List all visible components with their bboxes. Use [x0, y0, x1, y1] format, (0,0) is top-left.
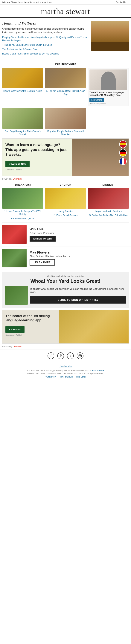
pet-image-dog-car [45, 68, 86, 88]
newsletter-image [5, 286, 28, 305]
health-link-2[interactable]: 4 Things You Should Never Store Out in t… [2, 44, 88, 47]
babbel2-left-content: The secret of the 1st selling language-l… [2, 310, 59, 344]
meal-header-breakfast: BREAKFAST [2, 183, 44, 186]
meal-header-dinner: DINNER [87, 183, 129, 186]
svg-point-2 [81, 355, 81, 355]
liveintent-logo-1: LiveIntent [13, 178, 22, 180]
site-title: martha stewart [0, 7, 131, 16]
meal-section: BREAKFAST BRUNCH DINNER 11 Ham Casserole… [0, 182, 131, 222]
promo-win-button[interactable]: ENTER TO WIN [30, 236, 56, 242]
newsletter-title: Whoa! Your Yard Looks Great! [5, 278, 126, 284]
meal-sublink-quiche[interactable]: Carrot-Parmesan Quiche [2, 217, 43, 220]
babbel-heading: Want to learn a new language? – This app… [6, 142, 69, 157]
health-image-box [91, 21, 129, 51]
meal-sublink-easter[interactable]: 21 Easter Brunch Recipes [45, 214, 86, 217]
pet-link-dog-owner[interactable]: Can Dogs Recognize Their Owner's Voice? [5, 130, 40, 136]
pet-section-title: Pet Behaviors [0, 60, 131, 68]
pet-link-cat[interactable]: How to Get Your Cat to Be More Active [3, 90, 42, 92]
top-bar-left-link[interactable]: Why You Should Never Keep Shoes Inside Y… [2, 1, 52, 3]
health-section: Health and Wellness Chemists recommend l… [0, 18, 131, 60]
meal-link-casserole[interactable]: 11 Ham Casserole Recipes That Will Satis… [4, 210, 41, 216]
newsletter-pre-text: We think you'll totally love this newsle… [5, 275, 126, 277]
liveintent-logo-2: LiveIntent [13, 346, 22, 348]
promo-flowers-button[interactable]: LEARN MORE [30, 259, 55, 266]
pet-link-dog-car[interactable]: 5 Tips for Taking a Road Trip with Your … [46, 90, 85, 96]
instagram-icon[interactable] [77, 352, 84, 359]
promo-flowers-text: May Flowers Shop Outdoor Planters on Mar… [30, 250, 129, 266]
flag-spanish [119, 140, 127, 148]
meal-sublinks-breakfast: Carrot-Parmesan Quiche [2, 217, 43, 220]
newsletter-body: Is exactly what people will say when you… [5, 286, 126, 305]
babbel2-read-more-button[interactable]: Read More [6, 326, 24, 333]
pet-item-sleep-pet: Why Most People Prefer to Sleep with The… [45, 108, 86, 136]
newsletter-cta-button[interactable]: CLICK TO SIGN UP INSTANTLY [30, 296, 126, 304]
footer-privacy-link[interactable]: Privacy Policy [45, 376, 56, 378]
twitter-icon[interactable]: t [67, 352, 74, 359]
footer: Unsubscribe This email was sent to sourc… [0, 363, 131, 381]
babbel-sponsored-label: Sponsored | Babbel [6, 169, 69, 171]
meal-item-breakfast: 11 Ham Casserole Recipes That Will Satis… [2, 188, 43, 220]
pet-item-cat: How to Get Your Cat to Be More Active [2, 68, 43, 106]
meal-header-brunch: BRUNCH [44, 183, 86, 186]
babbel2-sponsored-label: Sponsored | Babbel [6, 334, 56, 336]
pet-grid: How to Get Your Cat to Be More Active 5 … [0, 68, 131, 138]
promo-win-sublabel: 7-Cup Food Processor [30, 232, 129, 234]
meal-grid: 11 Ham Casserole Recipes That Will Satis… [2, 188, 129, 220]
babbel-download-button[interactable]: Download Now [6, 161, 30, 167]
meal-item-brunch: Honey Bunnies 21 Easter Brunch Recipes [45, 188, 86, 220]
promo-flowers: May Flowers Shop Outdoor Planters on Mar… [0, 246, 131, 270]
unsubscribe-link[interactable]: Unsubscribe [4, 365, 127, 368]
promo-flowers-sublabel: Shop Outdoor Planters on Martha.com [30, 255, 129, 258]
top-bar-right-link[interactable]: Get the Mac... [116, 1, 129, 3]
site-header: martha stewart [0, 5, 131, 18]
pet-link-sleep-pet[interactable]: Why Most People Prefer to Sleep with The… [46, 130, 84, 136]
health-link-4[interactable]: How to Clean Your Kitchen Sponges to Get… [2, 52, 88, 56]
pet-ad-title: Teach Yourself a New Language Using the … [90, 91, 127, 96]
meal-link-lamb[interactable]: Leg of Lamb with Potatoes [95, 210, 122, 212]
health-link-3[interactable]: The Truth About the 5-Second Rule [2, 48, 88, 51]
top-bar: Why You Should Never Keep Shoes Inside Y… [0, 0, 131, 5]
promo-win: Win This! 7-Cup Food Processor ENTER TO … [0, 223, 131, 246]
promo-image-food-processor [2, 225, 26, 244]
pinterest-icon[interactable]: ℙ [57, 352, 64, 359]
meal-headers: BREAKFAST BRUNCH DINNER [2, 183, 129, 186]
health-link-1[interactable]: Keeping Shoes Inside Your Home Negativel… [2, 36, 88, 42]
pet-image-dog-owner [2, 108, 43, 129]
meal-image-honey [45, 188, 86, 208]
social-section: f ℙ t [0, 349, 131, 363]
footer-text: This email was sent to source@gmail.com … [4, 369, 127, 375]
health-image [91, 21, 129, 57]
pet-item-dog-owner: Can Dogs Recognize Their Owner's Voice? [2, 108, 43, 136]
promo-win-text: Win This! 7-Cup Food Processor ENTER TO … [30, 227, 129, 242]
footer-links: Privacy Policy | Terms of Service | Help… [4, 376, 127, 378]
newsletter-content: Is exactly what people will say when you… [30, 287, 126, 304]
health-text: Health and Wellness Chemists recommend l… [2, 21, 88, 57]
newsletter-section: We think you'll totally love this newsle… [2, 272, 129, 308]
powered-by-liveintent-1: Powered by LiveIntent [0, 177, 131, 182]
meal-sublink-ham[interactable]: 16 Spring Side Dishes That Pair with Ham [88, 214, 129, 217]
pet-ad: Teach Yourself a New Language Using the … [88, 68, 129, 106]
pet-ad-button[interactable]: Learn More [90, 98, 104, 102]
footer-terms-link[interactable]: Terms of Service [59, 376, 73, 378]
flag-french [119, 158, 127, 165]
door-image [91, 21, 129, 51]
svg-rect-0 [79, 354, 82, 357]
footer-subscribe-link[interactable]: Subscribe here [92, 370, 104, 372]
list-item: How to Clean Your Kitchen Sponges to Get… [2, 52, 88, 56]
promo-image-flowers [2, 249, 26, 268]
meal-sublinks-dinner: 16 Spring Side Dishes That Pair with Ham [88, 214, 129, 217]
pet-item-dog-car: 5 Tips for Taking a Road Trip with Your … [45, 68, 86, 106]
meal-link-honey[interactable]: Honey Bunnies [58, 210, 73, 212]
babbel2-right-image [59, 310, 128, 344]
footer-help-link[interactable]: Help Center [76, 376, 86, 378]
promo-win-label: Win This! [30, 227, 129, 231]
health-links: Keeping Shoes Inside Your Home Negativel… [2, 36, 88, 56]
health-heading: Health and Wellness [2, 21, 88, 26]
list-item: Keeping Shoes Inside Your Home Negativel… [2, 36, 88, 42]
babbel-right-image [72, 138, 128, 176]
meal-item-dinner: Leg of Lamb with Potatoes 16 Spring Side… [88, 188, 129, 220]
flag-german [119, 149, 127, 156]
facebook-icon[interactable]: f [48, 352, 54, 359]
pet-image-sleep-pet [45, 108, 86, 129]
meal-sublinks-brunch: 21 Easter Brunch Recipes [45, 214, 86, 217]
